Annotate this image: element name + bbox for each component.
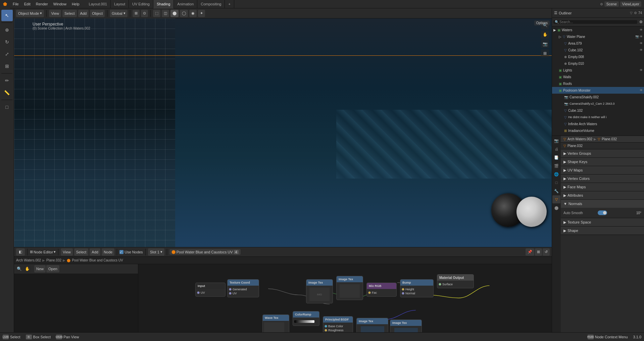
new-material-button[interactable]: New bbox=[34, 265, 46, 273]
node-3[interactable]: Image Tex IMG bbox=[306, 279, 333, 303]
outliner-item-poolroom[interactable]: ▣ Poolroom Monster 👁 bbox=[552, 87, 644, 94]
node-search-icon[interactable]: 🔍 bbox=[15, 265, 23, 273]
outliner-item-irradiance2[interactable]: ⊞ IrradianceVolume.001 bbox=[552, 134, 644, 136]
outliner-item-waters[interactable]: ▶ ▣ Waters 👁 bbox=[552, 27, 644, 33]
attributes-header[interactable]: ▶ Attributes bbox=[561, 191, 644, 199]
tab-layout-001[interactable]: Layout.001 bbox=[86, 0, 111, 8]
snap-btn[interactable]: ⊞ bbox=[133, 10, 140, 17]
outliner-item-hedidn[interactable]: ▽ He didnt make it neither will i bbox=[552, 114, 644, 120]
outliner-item-lights[interactable]: ▣ Lights 👁 bbox=[552, 67, 644, 74]
tool-cursor[interactable]: ↖ bbox=[1, 10, 13, 21]
hand-tool-icon[interactable]: ✋ bbox=[541, 31, 549, 39]
node-output[interactable]: Material Output Surface bbox=[437, 274, 474, 288]
tab-add-workspace[interactable]: + bbox=[225, 0, 234, 8]
breadcrumb-plane[interactable]: Plane.032 bbox=[46, 258, 61, 262]
outliner-item-camerashakify[interactable]: 📷 CameraShakify.002 bbox=[552, 94, 644, 100]
filter-icon[interactable]: ▽ bbox=[630, 11, 633, 15]
shape-keys-header[interactable]: ▶ Shape Keys bbox=[561, 158, 644, 166]
uv-maps-header[interactable]: ▶ UV Maps bbox=[561, 166, 644, 174]
tab-compositing[interactable]: Compositing bbox=[197, 0, 225, 8]
outliner-item-infinite[interactable]: ▽ Infinite Arch Waters bbox=[552, 120, 644, 127]
mode-selector[interactable]: Object Mode ▾ bbox=[16, 10, 44, 17]
options-button[interactable]: Options bbox=[534, 20, 550, 26]
outliner-item-cube102b[interactable]: ▽ Cube.102 bbox=[552, 107, 644, 114]
prop-tab-material[interactable]: ⬤ bbox=[552, 204, 560, 212]
viewport-select-btn[interactable]: Select bbox=[62, 10, 77, 17]
face-maps-header[interactable]: ▶ Face Maps bbox=[561, 183, 644, 191]
outliner-item-empty008[interactable]: ⊕ Empty.008 bbox=[552, 53, 644, 60]
normals-header[interactable]: ▼ Normals bbox=[561, 200, 644, 208]
node-view-options[interactable]: ⊞ bbox=[535, 248, 542, 256]
node-b3[interactable]: Principled BSDF Base Color Roughness bbox=[323, 316, 353, 334]
material-selector[interactable]: ⬤ Pool Water Blue and Caustocs UV 4 bbox=[169, 249, 241, 255]
viewport-3d[interactable]: User Perspective (0) Scene Collection | … bbox=[14, 18, 552, 247]
prop-tab-data[interactable]: ▽ bbox=[552, 195, 560, 203]
viewport-add-btn[interactable]: Add bbox=[78, 10, 89, 17]
node-zoom-reset[interactable]: ↺ bbox=[543, 248, 550, 256]
prop-tab-object[interactable]: □ bbox=[552, 179, 560, 187]
viewport-view-btn[interactable]: View bbox=[49, 10, 61, 17]
node-pan-icon[interactable]: ✋ bbox=[23, 265, 31, 273]
viewport-object-btn[interactable]: Object bbox=[90, 10, 105, 17]
pin-icon[interactable]: 📌 bbox=[526, 248, 534, 256]
outliner-filter-icon[interactable]: ⚙ bbox=[639, 20, 643, 24]
vertex-colors-header[interactable]: ▶ Vertex Colors bbox=[561, 175, 644, 183]
tool-add-cube[interactable]: □ bbox=[1, 101, 13, 113]
prop-tab-modifier[interactable]: 🔧 bbox=[552, 187, 560, 195]
node-b2[interactable]: ColorRamp bbox=[293, 311, 319, 326]
texture-space-header[interactable]: ▶ Texture Space bbox=[561, 218, 644, 226]
auto-smooth-angle[interactable]: 10° bbox=[608, 211, 641, 215]
solid-shading-btn[interactable]: ⬤ bbox=[170, 10, 179, 17]
node-node-btn[interactable]: Node bbox=[102, 248, 114, 256]
outliner-item-empty010[interactable]: ⊕ Empty.010 bbox=[552, 60, 644, 67]
tool-measure[interactable]: 📏 bbox=[1, 87, 13, 98]
visible-icon[interactable]: 👁 bbox=[640, 35, 643, 38]
breadcrumb-root[interactable]: Arch Waters.002 bbox=[16, 258, 41, 262]
slot-selector[interactable]: Slot 1 ▾ bbox=[148, 248, 164, 256]
breadcrumb-material[interactable]: Pool Water Blue and Caustocs UV bbox=[72, 258, 123, 262]
prop-tab-view-layer[interactable]: 📑 bbox=[552, 153, 560, 161]
outliner-search[interactable]: 🔍 bbox=[553, 20, 637, 24]
visible-icon[interactable]: 👁 bbox=[640, 42, 643, 45]
menu-render[interactable]: Render bbox=[33, 0, 51, 8]
restrict-render-icon[interactable]: 📷 bbox=[635, 35, 639, 38]
node-1[interactable]: Input UV bbox=[195, 283, 226, 297]
visible-icon[interactable]: 👁 bbox=[640, 48, 643, 52]
menu-window[interactable]: Window bbox=[51, 0, 69, 8]
outliner-item-cube102[interactable]: ▽ Cube.102 👁 bbox=[552, 47, 644, 53]
xray-btn[interactable]: ◫ bbox=[162, 10, 169, 17]
outliner-item-area079[interactable]: ▽ Area.079 👁 bbox=[552, 40, 644, 47]
proportional-btn[interactable]: ⊙ bbox=[141, 10, 148, 17]
prop-tab-scene[interactable]: 🎬 bbox=[552, 162, 560, 170]
visible-icon[interactable]: 👁 bbox=[640, 68, 643, 72]
node-select-btn[interactable]: Select bbox=[74, 248, 89, 256]
view-layer-selector[interactable]: ViewLayer bbox=[620, 1, 641, 7]
camera-view-icon[interactable]: 📷 bbox=[541, 40, 549, 48]
tool-annotate[interactable]: ✏ bbox=[1, 75, 13, 86]
tool-move[interactable]: ⊕ bbox=[1, 24, 13, 36]
visible-icon[interactable]: 👁 bbox=[640, 89, 643, 92]
shape-header[interactable]: ▶ Shape bbox=[561, 227, 644, 235]
node-left-canvas[interactable] bbox=[14, 274, 138, 341]
editor-type-selector[interactable]: ⊞ Node Editor ▾ bbox=[30, 250, 56, 254]
outliner-item-irradiance[interactable]: ⊞ IrradianceVolume bbox=[552, 127, 644, 134]
menu-file[interactable]: File bbox=[10, 0, 21, 8]
auto-smooth-toggle[interactable] bbox=[598, 210, 607, 215]
overlay-btn[interactable]: ⬚ bbox=[153, 10, 160, 17]
menu-edit[interactable]: Edit bbox=[21, 0, 33, 8]
options-icon[interactable]: ⚙ bbox=[634, 11, 637, 15]
menu-help[interactable]: Help bbox=[69, 0, 82, 8]
node-add-btn[interactable]: Add bbox=[90, 248, 100, 256]
outliner-item-camerashakify2[interactable]: 📷 CameraShakify.v2_Cam 2 2843.0 bbox=[552, 100, 644, 107]
tool-scale[interactable]: ⤢ bbox=[1, 48, 13, 60]
node-view-btn[interactable]: View bbox=[61, 248, 73, 256]
tool-transform[interactable]: ⊞ bbox=[1, 60, 13, 72]
node-4[interactable]: Image Tex bbox=[336, 276, 363, 300]
outliner-item-roofs[interactable]: ▣ Roofs bbox=[552, 80, 644, 87]
wireframe-btn[interactable]: ◯ bbox=[180, 10, 188, 17]
node-b1[interactable]: Wave Tex bbox=[262, 314, 289, 334]
use-nodes-toggle[interactable]: ✓ Use Nodes bbox=[119, 250, 143, 254]
prop-tab-output[interactable]: 🖨 bbox=[552, 145, 560, 153]
outliner-content[interactable]: ▶ ▣ Waters 👁 ▷ ▽ Water Plane 📷 👁 bbox=[552, 27, 644, 136]
tab-uv-editing[interactable]: UV Editing bbox=[129, 0, 153, 8]
